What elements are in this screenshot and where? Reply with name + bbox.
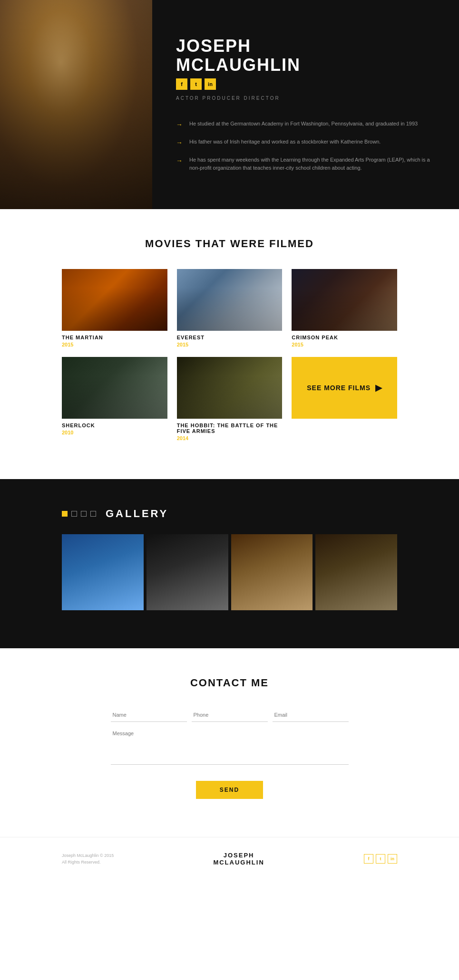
- hero-name-line1: JOSEPH: [176, 36, 251, 56]
- movie-title-crimson: CRIMSON PEAK: [292, 335, 397, 340]
- movie-thumb-crimson: [292, 269, 397, 331]
- instagram-icon[interactable]: in: [205, 78, 216, 90]
- fact-arrow-3: →: [176, 157, 183, 164]
- movie-overlay-4: [62, 357, 167, 419]
- fact-arrow-1: →: [176, 121, 183, 128]
- gallery-dot-4[interactable]: [90, 511, 96, 517]
- hero-image: [0, 0, 152, 209]
- movie-card-sherlock[interactable]: SHERLOCK 2010: [62, 357, 167, 441]
- movie-thumb-sherlock: [62, 357, 167, 419]
- movie-year-martian: 2015: [62, 342, 167, 347]
- movie-card-crimson[interactable]: CRIMSON PEAK 2015: [292, 269, 397, 347]
- contact-title: CONTACT ME: [62, 677, 397, 689]
- movie-year-hobbit: 2014: [177, 435, 283, 441]
- movie-title-martian: THE MARTIAN: [62, 335, 167, 340]
- movie-overlay-2: [177, 269, 283, 331]
- gallery-item-4[interactable]: [315, 534, 397, 610]
- gallery-grid: [62, 534, 397, 610]
- footer-name-line1: JOSEPH: [213, 852, 264, 859]
- movie-overlay-5: [177, 357, 283, 419]
- gallery-section: GALLERY: [0, 479, 459, 648]
- footer-copyright-line2: All Rights Reserved.: [62, 859, 114, 865]
- footer-name: JOSEPH MCLAUGHLIN: [213, 852, 264, 866]
- movies-section-title: MOVIES THAT WERE FILMED: [62, 238, 397, 250]
- footer-facebook-icon[interactable]: f: [364, 854, 373, 864]
- facebook-icon[interactable]: f: [176, 78, 187, 90]
- hero-fact-3: → He has spent many weekends with the Le…: [176, 156, 435, 173]
- movie-card-martian[interactable]: THE MARTIAN 2015: [62, 269, 167, 347]
- hero-fact-2: → His father was of Irish heritage and w…: [176, 138, 435, 146]
- send-button[interactable]: SEND: [196, 781, 263, 799]
- hero-facts: → He studied at the Germantown Academy i…: [176, 120, 435, 173]
- footer-copyright: Joseph McLaughlin © 2015 All Rights Rese…: [62, 852, 114, 866]
- hero-section: JOSEPH MCLAUGHLIN f t in ACTOR PRODUCER …: [0, 0, 459, 209]
- movie-card-everest[interactable]: EVEREST 2015: [177, 269, 283, 347]
- contact-form: SEND: [111, 708, 349, 799]
- movie-title-hobbit: THE HOBBIT: THE BATTLE OF THE FIVE ARMIE…: [177, 423, 283, 434]
- hero-social-links: f t in: [176, 78, 435, 90]
- fact-arrow-2: →: [176, 139, 183, 146]
- hero-roles: ACTOR PRODUCER DIRECTOR: [176, 96, 435, 101]
- fact-text-1: He studied at the Germantown Academy in …: [189, 120, 418, 128]
- movie-overlay-1: [62, 269, 167, 331]
- fact-text-2: His father was of Irish heritage and wor…: [189, 138, 381, 146]
- gallery-item-3[interactable]: [231, 534, 313, 610]
- hero-name: JOSEPH MCLAUGHLIN: [176, 37, 435, 74]
- message-input[interactable]: [111, 727, 349, 765]
- gallery-item-1[interactable]: [62, 534, 144, 610]
- form-row-top: [111, 708, 349, 722]
- hero-content: JOSEPH MCLAUGHLIN f t in ACTOR PRODUCER …: [152, 0, 459, 209]
- phone-input[interactable]: [192, 708, 268, 722]
- fact-text-3: He has spent many weekends with the Lear…: [189, 156, 435, 173]
- hero-person-overlay: [0, 0, 152, 209]
- email-input[interactable]: [273, 708, 349, 722]
- hero-name-line2: MCLAUGHLIN: [176, 55, 301, 75]
- movie-thumb-everest: [177, 269, 283, 331]
- contact-section: CONTACT ME SEND: [0, 648, 459, 837]
- movie-thumb-hobbit: [177, 357, 283, 419]
- movie-card-hobbit[interactable]: THE HOBBIT: THE BATTLE OF THE FIVE ARMIE…: [177, 357, 283, 441]
- movie-thumb-martian: [62, 269, 167, 331]
- movie-year-crimson: 2015: [292, 342, 397, 347]
- footer-twitter-icon[interactable]: t: [376, 854, 385, 864]
- gallery-dot-3[interactable]: [81, 511, 87, 517]
- twitter-icon[interactable]: t: [190, 78, 202, 90]
- movie-overlay-3: [292, 269, 397, 331]
- footer-name-line2: MCLAUGHLIN: [213, 859, 264, 866]
- see-more-label: SEE MORE FILMS: [307, 384, 371, 392]
- gallery-dots: [62, 511, 96, 517]
- hero-fact-1: → He studied at the Germantown Academy i…: [176, 120, 435, 128]
- see-more-card[interactable]: SEE MORE FILMS ▶: [292, 357, 397, 441]
- movie-year-sherlock: 2010: [62, 430, 167, 435]
- gallery-title: GALLERY: [106, 508, 168, 520]
- gallery-item-2[interactable]: [146, 534, 228, 610]
- gallery-dot-1[interactable]: [62, 511, 68, 517]
- movies-section: MOVIES THAT WERE FILMED THE MARTIAN 2015…: [0, 209, 459, 479]
- footer-copyright-line1: Joseph McLaughlin © 2015: [62, 852, 114, 859]
- movie-title-sherlock: SHERLOCK: [62, 423, 167, 428]
- movie-title-everest: EVEREST: [177, 335, 283, 340]
- footer-social: f t in: [364, 854, 397, 864]
- footer: Joseph McLaughlin © 2015 All Rights Rese…: [0, 837, 459, 880]
- see-more-arrow-icon: ▶: [375, 383, 382, 393]
- see-more-button[interactable]: SEE MORE FILMS ▶: [292, 357, 397, 419]
- footer-instagram-icon[interactable]: in: [388, 854, 397, 864]
- gallery-header: GALLERY: [62, 508, 397, 520]
- gallery-dot-2[interactable]: [71, 511, 77, 517]
- movies-grid: THE MARTIAN 2015 EVEREST 2015 CRIMSON PE…: [62, 269, 397, 441]
- name-input[interactable]: [111, 708, 187, 722]
- movie-year-everest: 2015: [177, 342, 283, 347]
